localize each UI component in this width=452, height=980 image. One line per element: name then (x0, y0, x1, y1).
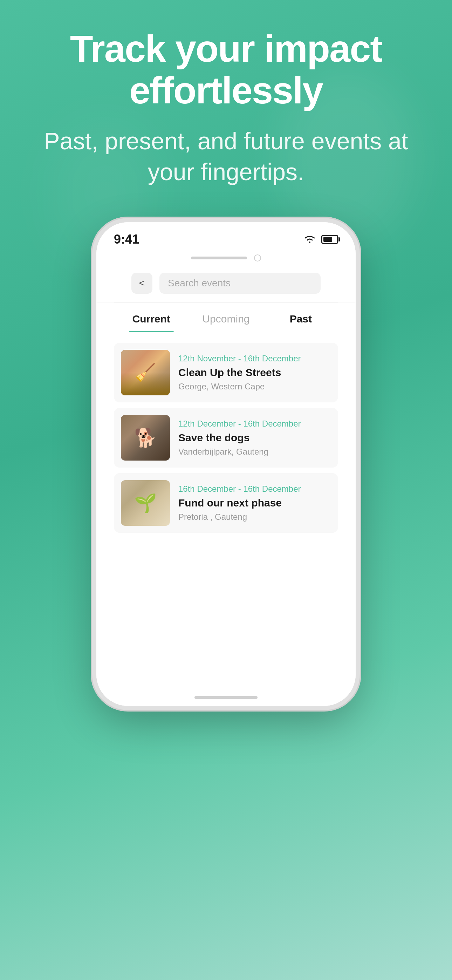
event-date-1: 12th November - 16th December (178, 354, 331, 363)
phone-frame: 9:41 (96, 222, 356, 706)
notch-area (114, 252, 338, 267)
phone-top: 9:41 (96, 222, 356, 302)
search-placeholder: Search events (168, 278, 231, 289)
status-bar: 9:41 (114, 232, 338, 252)
hero-subtitle: Past, present, and future events at your… (21, 126, 431, 188)
event-image-3 (121, 480, 170, 526)
event-card-1[interactable]: 12th November - 16th December Clean Up t… (114, 343, 338, 402)
event-location-2: Vanderbijlpark, Gauteng (178, 447, 331, 457)
event-image-1 (121, 350, 170, 395)
event-name-1: Clean Up the Streets (178, 366, 331, 379)
phone-mockup: 9:41 (96, 222, 356, 706)
hero-title: Track your impact effortlessly (21, 28, 431, 111)
event-name-2: Save the dogs (178, 431, 331, 444)
event-card-2[interactable]: 12th December - 16th December Save the d… (114, 408, 338, 468)
battery-fill (323, 237, 332, 242)
event-date-3: 16th December - 16th December (178, 484, 331, 494)
event-date-2: 12th December - 16th December (178, 419, 331, 429)
search-area: < Search events (114, 267, 338, 302)
phone-content: Current Upcoming Past 12th November - 16… (96, 302, 356, 689)
back-icon: < (139, 278, 145, 289)
status-time: 9:41 (114, 232, 139, 247)
wifi-icon (303, 234, 317, 244)
tab-past[interactable]: Past (264, 313, 338, 332)
event-info-1: 12th November - 16th December Clean Up t… (178, 354, 331, 391)
back-button[interactable]: < (131, 273, 153, 294)
notch-dot (254, 255, 261, 261)
event-info-2: 12th December - 16th December Save the d… (178, 419, 331, 457)
phone-bottom (96, 689, 356, 706)
tab-upcoming[interactable]: Upcoming (188, 313, 263, 332)
home-indicator (194, 696, 258, 699)
status-icons (303, 234, 338, 244)
event-list: 12th November - 16th December Clean Up t… (114, 343, 338, 547)
battery-icon (321, 235, 338, 244)
event-name-3: Fund our next phase (178, 497, 331, 509)
search-input[interactable]: Search events (159, 273, 321, 294)
tabs-container: Current Upcoming Past (114, 302, 338, 332)
event-location-3: Pretoria , Gauteng (178, 512, 331, 522)
hero-section: Track your impact effortlessly Past, pre… (21, 28, 431, 187)
event-info-3: 16th December - 16th December Fund our n… (178, 484, 331, 522)
notch-pill (191, 256, 247, 259)
tab-current[interactable]: Current (114, 313, 188, 332)
event-card-3[interactable]: 16th December - 16th December Fund our n… (114, 473, 338, 533)
event-location-1: George, Western Cape (178, 382, 331, 391)
event-image-2 (121, 415, 170, 461)
